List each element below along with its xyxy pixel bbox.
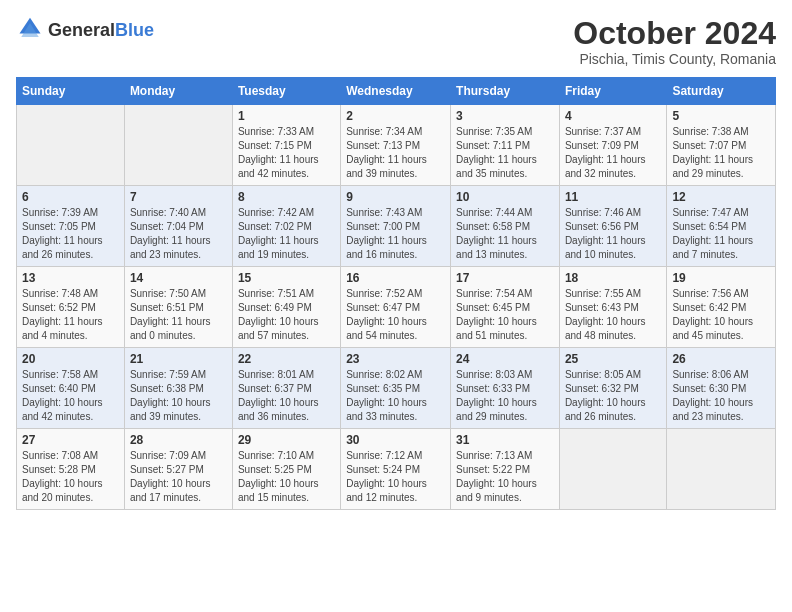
day-number: 17 — [456, 271, 554, 285]
day-number: 3 — [456, 109, 554, 123]
calendar-cell: 26Sunrise: 8:06 AM Sunset: 6:30 PM Dayli… — [667, 348, 776, 429]
calendar-cell: 25Sunrise: 8:05 AM Sunset: 6:32 PM Dayli… — [559, 348, 666, 429]
day-info: Sunrise: 7:40 AM Sunset: 7:04 PM Dayligh… — [130, 206, 227, 262]
calendar-week-row: 6Sunrise: 7:39 AM Sunset: 7:05 PM Daylig… — [17, 186, 776, 267]
day-number: 4 — [565, 109, 661, 123]
calendar-cell: 8Sunrise: 7:42 AM Sunset: 7:02 PM Daylig… — [232, 186, 340, 267]
calendar-cell — [559, 429, 666, 510]
calendar-cell: 17Sunrise: 7:54 AM Sunset: 6:45 PM Dayli… — [451, 267, 560, 348]
day-number: 25 — [565, 352, 661, 366]
day-info: Sunrise: 7:50 AM Sunset: 6:51 PM Dayligh… — [130, 287, 227, 343]
calendar-cell: 3Sunrise: 7:35 AM Sunset: 7:11 PM Daylig… — [451, 105, 560, 186]
calendar-cell — [667, 429, 776, 510]
logo: GeneralBlue — [16, 16, 154, 44]
calendar-cell: 5Sunrise: 7:38 AM Sunset: 7:07 PM Daylig… — [667, 105, 776, 186]
day-info: Sunrise: 7:08 AM Sunset: 5:28 PM Dayligh… — [22, 449, 119, 505]
calendar-week-row: 20Sunrise: 7:58 AM Sunset: 6:40 PM Dayli… — [17, 348, 776, 429]
day-number: 11 — [565, 190, 661, 204]
day-info: Sunrise: 7:10 AM Sunset: 5:25 PM Dayligh… — [238, 449, 335, 505]
day-number: 28 — [130, 433, 227, 447]
calendar-cell: 14Sunrise: 7:50 AM Sunset: 6:51 PM Dayli… — [124, 267, 232, 348]
calendar-week-row: 1Sunrise: 7:33 AM Sunset: 7:15 PM Daylig… — [17, 105, 776, 186]
logo-icon — [16, 16, 44, 44]
day-info: Sunrise: 7:38 AM Sunset: 7:07 PM Dayligh… — [672, 125, 770, 181]
title-block: October 2024 Pischia, Timis County, Roma… — [573, 16, 776, 67]
day-number: 7 — [130, 190, 227, 204]
calendar-header-day: Tuesday — [232, 78, 340, 105]
day-number: 22 — [238, 352, 335, 366]
day-number: 9 — [346, 190, 445, 204]
calendar-cell: 4Sunrise: 7:37 AM Sunset: 7:09 PM Daylig… — [559, 105, 666, 186]
day-number: 15 — [238, 271, 335, 285]
calendar-cell: 11Sunrise: 7:46 AM Sunset: 6:56 PM Dayli… — [559, 186, 666, 267]
day-info: Sunrise: 7:33 AM Sunset: 7:15 PM Dayligh… — [238, 125, 335, 181]
calendar-header-day: Wednesday — [341, 78, 451, 105]
calendar-week-row: 13Sunrise: 7:48 AM Sunset: 6:52 PM Dayli… — [17, 267, 776, 348]
day-info: Sunrise: 8:01 AM Sunset: 6:37 PM Dayligh… — [238, 368, 335, 424]
calendar-cell: 21Sunrise: 7:59 AM Sunset: 6:38 PM Dayli… — [124, 348, 232, 429]
calendar-cell: 22Sunrise: 8:01 AM Sunset: 6:37 PM Dayli… — [232, 348, 340, 429]
calendar-cell — [124, 105, 232, 186]
day-info: Sunrise: 7:43 AM Sunset: 7:00 PM Dayligh… — [346, 206, 445, 262]
day-info: Sunrise: 7:51 AM Sunset: 6:49 PM Dayligh… — [238, 287, 335, 343]
day-number: 18 — [565, 271, 661, 285]
day-info: Sunrise: 7:13 AM Sunset: 5:22 PM Dayligh… — [456, 449, 554, 505]
calendar-header-day: Saturday — [667, 78, 776, 105]
calendar-cell: 19Sunrise: 7:56 AM Sunset: 6:42 PM Dayli… — [667, 267, 776, 348]
day-info: Sunrise: 8:06 AM Sunset: 6:30 PM Dayligh… — [672, 368, 770, 424]
logo-text-general: General — [48, 20, 115, 40]
calendar-header-day: Friday — [559, 78, 666, 105]
calendar-header-day: Thursday — [451, 78, 560, 105]
calendar-cell: 16Sunrise: 7:52 AM Sunset: 6:47 PM Dayli… — [341, 267, 451, 348]
day-number: 14 — [130, 271, 227, 285]
day-info: Sunrise: 7:34 AM Sunset: 7:13 PM Dayligh… — [346, 125, 445, 181]
day-number: 23 — [346, 352, 445, 366]
calendar-cell: 7Sunrise: 7:40 AM Sunset: 7:04 PM Daylig… — [124, 186, 232, 267]
day-number: 2 — [346, 109, 445, 123]
day-info: Sunrise: 7:46 AM Sunset: 6:56 PM Dayligh… — [565, 206, 661, 262]
location-title: Pischia, Timis County, Romania — [573, 51, 776, 67]
day-info: Sunrise: 8:02 AM Sunset: 6:35 PM Dayligh… — [346, 368, 445, 424]
day-number: 26 — [672, 352, 770, 366]
day-number: 16 — [346, 271, 445, 285]
day-info: Sunrise: 8:05 AM Sunset: 6:32 PM Dayligh… — [565, 368, 661, 424]
calendar-cell: 20Sunrise: 7:58 AM Sunset: 6:40 PM Dayli… — [17, 348, 125, 429]
day-number: 12 — [672, 190, 770, 204]
day-info: Sunrise: 8:03 AM Sunset: 6:33 PM Dayligh… — [456, 368, 554, 424]
day-number: 30 — [346, 433, 445, 447]
calendar-cell: 24Sunrise: 8:03 AM Sunset: 6:33 PM Dayli… — [451, 348, 560, 429]
calendar-cell: 27Sunrise: 7:08 AM Sunset: 5:28 PM Dayli… — [17, 429, 125, 510]
day-info: Sunrise: 7:48 AM Sunset: 6:52 PM Dayligh… — [22, 287, 119, 343]
day-number: 27 — [22, 433, 119, 447]
day-number: 31 — [456, 433, 554, 447]
day-info: Sunrise: 7:39 AM Sunset: 7:05 PM Dayligh… — [22, 206, 119, 262]
calendar-cell: 2Sunrise: 7:34 AM Sunset: 7:13 PM Daylig… — [341, 105, 451, 186]
day-info: Sunrise: 7:12 AM Sunset: 5:24 PM Dayligh… — [346, 449, 445, 505]
calendar-cell: 18Sunrise: 7:55 AM Sunset: 6:43 PM Dayli… — [559, 267, 666, 348]
day-info: Sunrise: 7:56 AM Sunset: 6:42 PM Dayligh… — [672, 287, 770, 343]
day-info: Sunrise: 7:09 AM Sunset: 5:27 PM Dayligh… — [130, 449, 227, 505]
month-title: October 2024 — [573, 16, 776, 51]
day-number: 19 — [672, 271, 770, 285]
day-number: 24 — [456, 352, 554, 366]
calendar-cell: 28Sunrise: 7:09 AM Sunset: 5:27 PM Dayli… — [124, 429, 232, 510]
calendar-table: SundayMondayTuesdayWednesdayThursdayFrid… — [16, 77, 776, 510]
logo-text-blue: Blue — [115, 20, 154, 40]
calendar-cell: 23Sunrise: 8:02 AM Sunset: 6:35 PM Dayli… — [341, 348, 451, 429]
calendar-cell: 12Sunrise: 7:47 AM Sunset: 6:54 PM Dayli… — [667, 186, 776, 267]
calendar-header-row: SundayMondayTuesdayWednesdayThursdayFrid… — [17, 78, 776, 105]
day-info: Sunrise: 7:35 AM Sunset: 7:11 PM Dayligh… — [456, 125, 554, 181]
day-number: 8 — [238, 190, 335, 204]
day-number: 29 — [238, 433, 335, 447]
day-info: Sunrise: 7:58 AM Sunset: 6:40 PM Dayligh… — [22, 368, 119, 424]
calendar-cell: 29Sunrise: 7:10 AM Sunset: 5:25 PM Dayli… — [232, 429, 340, 510]
day-info: Sunrise: 7:54 AM Sunset: 6:45 PM Dayligh… — [456, 287, 554, 343]
day-info: Sunrise: 7:55 AM Sunset: 6:43 PM Dayligh… — [565, 287, 661, 343]
day-info: Sunrise: 7:59 AM Sunset: 6:38 PM Dayligh… — [130, 368, 227, 424]
day-info: Sunrise: 7:52 AM Sunset: 6:47 PM Dayligh… — [346, 287, 445, 343]
calendar-body: 1Sunrise: 7:33 AM Sunset: 7:15 PM Daylig… — [17, 105, 776, 510]
calendar-cell: 30Sunrise: 7:12 AM Sunset: 5:24 PM Dayli… — [341, 429, 451, 510]
day-info: Sunrise: 7:47 AM Sunset: 6:54 PM Dayligh… — [672, 206, 770, 262]
day-info: Sunrise: 7:42 AM Sunset: 7:02 PM Dayligh… — [238, 206, 335, 262]
calendar-cell: 1Sunrise: 7:33 AM Sunset: 7:15 PM Daylig… — [232, 105, 340, 186]
